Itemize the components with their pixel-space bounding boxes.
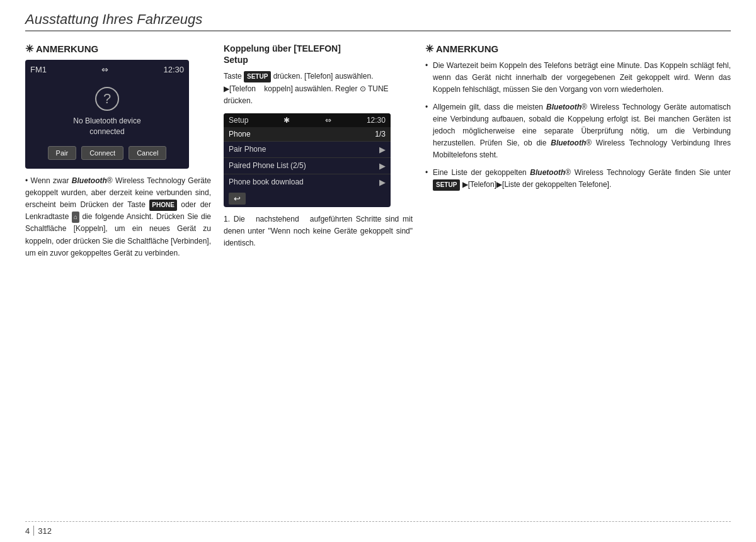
screen-body: ? No Bluetooth device connected Pair Con… xyxy=(30,81,184,164)
content-area: ✳ ANMERKUNG FM1 ⇔ 12:30 ? No Bluetooth d… xyxy=(25,43,731,521)
footer-chapter: 4 xyxy=(25,526,30,536)
screen-message: No Bluetooth device connected xyxy=(73,116,140,137)
right-note-header: ✳ ANMERKUNG xyxy=(425,43,731,55)
setup-menu-paired-list[interactable]: Paired Phone List (2/5) ▶ xyxy=(224,157,391,174)
bluetooth-bold-1: Bluetooth xyxy=(546,103,581,111)
arrow-icon-1: ▶ xyxy=(379,145,386,154)
setup-menu-pair-phone[interactable]: Pair Phone ▶ xyxy=(224,141,391,157)
paired-list-label: Paired Phone List (2/5) xyxy=(229,161,306,170)
middle-column: Koppelung über [TELEFON] Setup Taste SET… xyxy=(224,43,413,521)
bullet-2: Allgemein gilt, dass die meisten Bluetoo… xyxy=(425,101,731,162)
bullet-1: Die Wartezeit beim Koppeln des Telefons … xyxy=(425,60,731,96)
steering-icon: ⌂ xyxy=(72,212,79,223)
back-arrow-icon[interactable]: ↩ xyxy=(229,193,246,205)
bluetooth-bold-2: Bluetooth xyxy=(551,138,586,147)
arrow-icon-3: ▶ xyxy=(379,178,386,187)
screen-topbar: FM1 ⇔ 12:30 xyxy=(30,65,184,74)
right-column: ✳ ANMERKUNG Die Wartezeit beim Koppeln d… xyxy=(425,43,731,521)
setup-section-label: Phone 1/3 xyxy=(224,127,391,141)
mid-heading: Koppelung über [TELEFON] Setup xyxy=(224,43,413,65)
question-icon: ? xyxy=(95,87,119,111)
screen-time: 12:30 xyxy=(163,65,184,74)
arrow-icon-2: ▶ xyxy=(379,161,386,171)
setup-badge-right: SETUP xyxy=(433,179,460,191)
pair-button[interactable]: Pair xyxy=(48,146,77,160)
left-note-label: ANMERKUNG xyxy=(36,43,98,54)
asterisk-icon-right: ✳ xyxy=(425,43,433,55)
screen-fm-label: FM1 xyxy=(30,65,47,74)
bluetooth-text-left: Bluetooth xyxy=(72,176,107,185)
setup-menu-phonebook[interactable]: Phone book download ▶ xyxy=(224,174,391,190)
cancel-button[interactable]: Cancel xyxy=(129,146,166,160)
phonebook-label: Phone book download xyxy=(229,178,304,186)
setup-badge-1: SETUP xyxy=(244,71,271,82)
right-note-label: ANMERKUNG xyxy=(436,43,498,54)
right-bullet-list: Die Wartezeit beim Koppeln des Telefons … xyxy=(425,60,731,191)
setup-bt-icon: ✱ xyxy=(284,116,290,125)
setup-topbar: Setup ✱ ⇔ 12:30 xyxy=(224,113,391,127)
car-screen-left: FM1 ⇔ 12:30 ? No Bluetooth device connec… xyxy=(25,60,189,169)
screen-usb-icon: ⇔ xyxy=(101,65,108,74)
footer-page-number: 312 xyxy=(38,526,52,536)
mid-intro: Taste SETUP drücken. [Telefon] auswählen… xyxy=(224,71,413,107)
asterisk-icon: ✳ xyxy=(25,43,33,55)
page-title: Ausstattung Ihres Fahrzeugs xyxy=(25,11,202,27)
left-body-text: • Wenn zwar Bluetooth® Wireless Technolo… xyxy=(25,175,211,259)
screen-buttons: Pair Connect Cancel xyxy=(48,146,167,160)
bullet-3: Eine Liste der gekoppelten Bluetooth® Wi… xyxy=(425,167,731,191)
page-footer: 4 312 xyxy=(25,521,731,536)
setup-title: Setup xyxy=(229,116,248,125)
setup-time: 12:30 xyxy=(367,116,386,125)
page-wrapper: Ausstattung Ihres Fahrzeugs ✳ ANMERKUNG … xyxy=(0,0,756,542)
setup-usb-icon: ⇔ xyxy=(325,116,331,125)
setup-back-area: ↩ xyxy=(224,190,391,207)
left-column: ✳ ANMERKUNG FM1 ⇔ 12:30 ? No Bluetooth d… xyxy=(25,43,211,521)
phone-badge: PHONE xyxy=(149,200,177,211)
footer-divider xyxy=(33,526,34,536)
page-header: Ausstattung Ihres Fahrzeugs xyxy=(25,11,731,31)
setup-screen: Setup ✱ ⇔ 12:30 Phone 1/3 Pair Phone ▶ P… xyxy=(224,113,391,207)
connect-button[interactable]: Connect xyxy=(81,146,123,160)
bluetooth-bold-3: Bluetooth xyxy=(530,168,565,177)
setup-menu-wrapper: Pair Phone ▶ Paired Phone List (2/5) ▶ P… xyxy=(224,141,391,190)
mid-step-text: 1. Die nachstehend aufgeführten Schritte… xyxy=(224,213,413,250)
left-note-header: ✳ ANMERKUNG xyxy=(25,43,211,55)
pair-phone-label: Pair Phone xyxy=(229,145,266,154)
